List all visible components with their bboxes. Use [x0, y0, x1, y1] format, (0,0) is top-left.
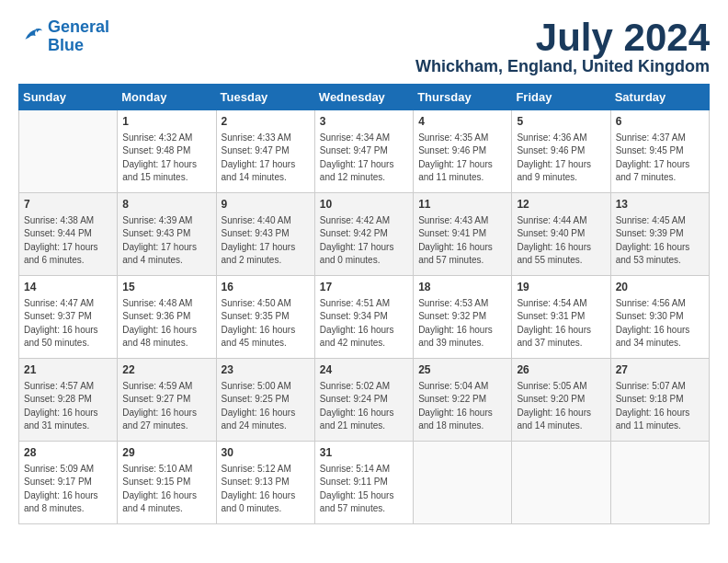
calendar-cell: 20Sunrise: 4:56 AM Sunset: 9:30 PM Dayli… — [610, 276, 709, 359]
day-number: 11 — [418, 197, 506, 213]
day-number: 2 — [222, 114, 310, 130]
title-block: July 2024 Whickham, England, United King… — [415, 18, 710, 76]
day-number: 13 — [616, 197, 704, 213]
calendar-cell: 5Sunrise: 4:36 AM Sunset: 9:46 PM Daylig… — [512, 110, 610, 193]
page-header: General Blue July 2024 Whickham, England… — [18, 18, 710, 76]
day-number: 14 — [24, 280, 112, 295]
day-number: 19 — [517, 280, 605, 295]
day-info: Sunrise: 4:59 AM Sunset: 9:27 PM Dayligh… — [122, 380, 210, 433]
day-number: 18 — [418, 280, 506, 295]
day-number: 25 — [418, 362, 506, 378]
day-number: 4 — [418, 114, 506, 130]
col-header-thursday: Thursday — [414, 85, 512, 110]
day-info: Sunrise: 5:14 AM Sunset: 9:11 PM Dayligh… — [320, 463, 408, 516]
calendar-cell: 26Sunrise: 5:05 AM Sunset: 9:20 PM Dayli… — [512, 359, 610, 442]
calendar-cell: 11Sunrise: 4:43 AM Sunset: 9:41 PM Dayli… — [414, 193, 512, 276]
day-number: 12 — [517, 197, 605, 213]
logo-text: General Blue — [48, 18, 109, 55]
day-number: 17 — [320, 280, 408, 295]
calendar-cell: 31Sunrise: 5:14 AM Sunset: 9:11 PM Dayli… — [314, 442, 413, 524]
calendar-cell: 14Sunrise: 4:47 AM Sunset: 9:37 PM Dayli… — [19, 276, 118, 359]
day-info: Sunrise: 4:34 AM Sunset: 9:47 PM Dayligh… — [320, 132, 408, 185]
calendar-cell: 10Sunrise: 4:42 AM Sunset: 9:42 PM Dayli… — [314, 193, 413, 276]
day-number: 27 — [616, 362, 704, 378]
col-header-monday: Monday — [118, 85, 216, 110]
calendar-cell: 27Sunrise: 5:07 AM Sunset: 9:18 PM Dayli… — [610, 359, 709, 442]
day-info: Sunrise: 4:51 AM Sunset: 9:34 PM Dayligh… — [320, 297, 408, 350]
day-number: 15 — [122, 280, 210, 295]
day-info: Sunrise: 4:40 AM Sunset: 9:43 PM Dayligh… — [222, 214, 310, 268]
day-info: Sunrise: 4:43 AM Sunset: 9:41 PM Dayligh… — [418, 214, 506, 268]
col-header-saturday: Saturday — [610, 85, 709, 110]
day-number: 24 — [320, 362, 408, 378]
day-info: Sunrise: 4:50 AM Sunset: 9:35 PM Dayligh… — [222, 297, 310, 350]
calendar-cell: 6Sunrise: 4:37 AM Sunset: 9:45 PM Daylig… — [610, 110, 709, 193]
calendar-cell: 4Sunrise: 4:35 AM Sunset: 9:46 PM Daylig… — [414, 110, 512, 193]
calendar-cell: 30Sunrise: 5:12 AM Sunset: 9:13 PM Dayli… — [216, 442, 314, 524]
day-number: 30 — [222, 445, 310, 461]
calendar-cell: 7Sunrise: 4:38 AM Sunset: 9:44 PM Daylig… — [19, 193, 118, 276]
day-number: 22 — [122, 362, 210, 378]
col-header-friday: Friday — [512, 85, 610, 110]
calendar-cell: 24Sunrise: 5:02 AM Sunset: 9:24 PM Dayli… — [314, 359, 413, 442]
day-number: 5 — [517, 114, 605, 130]
day-info: Sunrise: 5:00 AM Sunset: 9:25 PM Dayligh… — [222, 380, 310, 433]
day-info: Sunrise: 4:32 AM Sunset: 9:48 PM Dayligh… — [122, 132, 210, 185]
day-number: 23 — [222, 362, 310, 378]
calendar-cell: 29Sunrise: 5:10 AM Sunset: 9:15 PM Dayli… — [118, 442, 216, 524]
month-title: July 2024 — [415, 18, 710, 57]
logo-icon — [18, 24, 44, 50]
col-header-tuesday: Tuesday — [216, 85, 314, 110]
calendar-cell: 19Sunrise: 4:54 AM Sunset: 9:31 PM Dayli… — [512, 276, 610, 359]
calendar-cell: 3Sunrise: 4:34 AM Sunset: 9:47 PM Daylig… — [314, 110, 413, 193]
day-number: 8 — [122, 197, 210, 213]
calendar-cell: 9Sunrise: 4:40 AM Sunset: 9:43 PM Daylig… — [216, 193, 314, 276]
day-info: Sunrise: 4:36 AM Sunset: 9:46 PM Dayligh… — [517, 132, 605, 185]
calendar-cell: 28Sunrise: 5:09 AM Sunset: 9:17 PM Dayli… — [19, 442, 118, 524]
day-info: Sunrise: 4:47 AM Sunset: 9:37 PM Dayligh… — [24, 297, 112, 350]
day-number: 21 — [24, 362, 112, 378]
calendar-cell — [610, 442, 709, 524]
day-info: Sunrise: 4:38 AM Sunset: 9:44 PM Dayligh… — [24, 214, 112, 268]
calendar-cell — [512, 442, 610, 524]
calendar-table: SundayMondayTuesdayWednesdayThursdayFrid… — [18, 84, 710, 524]
col-header-sunday: Sunday — [19, 85, 118, 110]
day-info: Sunrise: 5:10 AM Sunset: 9:15 PM Dayligh… — [122, 463, 210, 516]
day-info: Sunrise: 4:39 AM Sunset: 9:43 PM Dayligh… — [122, 214, 210, 268]
logo: General Blue — [18, 18, 109, 55]
day-number: 31 — [320, 445, 408, 461]
day-info: Sunrise: 4:37 AM Sunset: 9:45 PM Dayligh… — [616, 132, 704, 185]
day-info: Sunrise: 5:07 AM Sunset: 9:18 PM Dayligh… — [616, 380, 704, 433]
calendar-cell: 25Sunrise: 5:04 AM Sunset: 9:22 PM Dayli… — [414, 359, 512, 442]
day-number: 1 — [122, 114, 210, 130]
col-header-wednesday: Wednesday — [314, 85, 413, 110]
calendar-cell: 17Sunrise: 4:51 AM Sunset: 9:34 PM Dayli… — [314, 276, 413, 359]
day-info: Sunrise: 4:53 AM Sunset: 9:32 PM Dayligh… — [418, 297, 506, 350]
calendar-cell — [19, 110, 118, 193]
day-number: 16 — [222, 280, 310, 295]
day-info: Sunrise: 5:04 AM Sunset: 9:22 PM Dayligh… — [418, 380, 506, 433]
day-info: Sunrise: 4:42 AM Sunset: 9:42 PM Dayligh… — [320, 214, 408, 268]
day-info: Sunrise: 4:44 AM Sunset: 9:40 PM Dayligh… — [517, 214, 605, 268]
calendar-cell: 21Sunrise: 4:57 AM Sunset: 9:28 PM Dayli… — [19, 359, 118, 442]
calendar-cell: 15Sunrise: 4:48 AM Sunset: 9:36 PM Dayli… — [118, 276, 216, 359]
day-number: 10 — [320, 197, 408, 213]
day-info: Sunrise: 5:05 AM Sunset: 9:20 PM Dayligh… — [517, 380, 605, 433]
day-info: Sunrise: 4:57 AM Sunset: 9:28 PM Dayligh… — [24, 380, 112, 433]
day-number: 20 — [616, 280, 704, 295]
day-number: 6 — [616, 114, 704, 130]
day-number: 29 — [122, 445, 210, 461]
day-info: Sunrise: 4:56 AM Sunset: 9:30 PM Dayligh… — [616, 297, 704, 350]
calendar-cell: 12Sunrise: 4:44 AM Sunset: 9:40 PM Dayli… — [512, 193, 610, 276]
calendar-cell: 16Sunrise: 4:50 AM Sunset: 9:35 PM Dayli… — [216, 276, 314, 359]
day-number: 26 — [517, 362, 605, 378]
day-info: Sunrise: 4:54 AM Sunset: 9:31 PM Dayligh… — [517, 297, 605, 350]
day-info: Sunrise: 4:35 AM Sunset: 9:46 PM Dayligh… — [418, 132, 506, 185]
day-info: Sunrise: 5:02 AM Sunset: 9:24 PM Dayligh… — [320, 380, 408, 433]
calendar-cell — [414, 442, 512, 524]
calendar-cell: 18Sunrise: 4:53 AM Sunset: 9:32 PM Dayli… — [414, 276, 512, 359]
day-number: 7 — [24, 197, 112, 213]
calendar-cell: 2Sunrise: 4:33 AM Sunset: 9:47 PM Daylig… — [216, 110, 314, 193]
calendar-cell: 1Sunrise: 4:32 AM Sunset: 9:48 PM Daylig… — [118, 110, 216, 193]
day-info: Sunrise: 4:45 AM Sunset: 9:39 PM Dayligh… — [616, 214, 704, 268]
